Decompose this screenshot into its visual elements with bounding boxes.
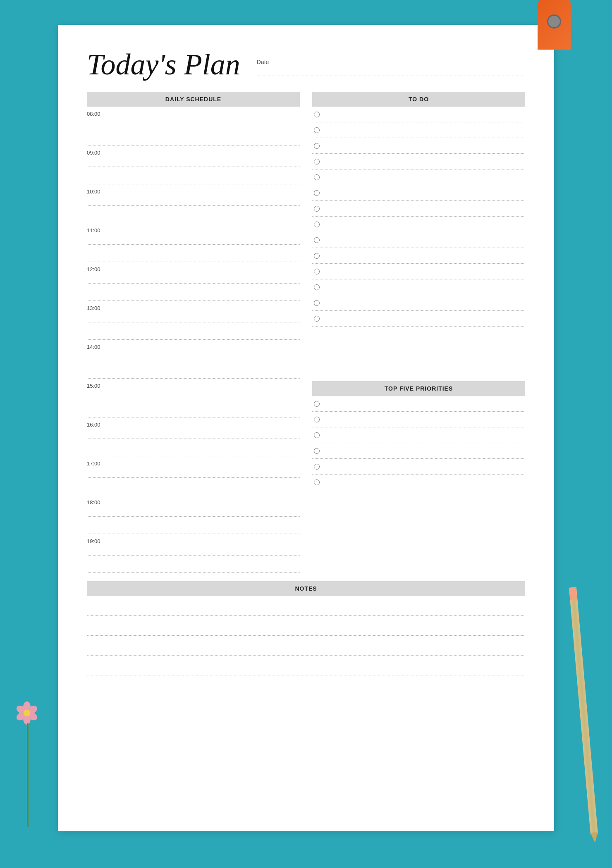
paper: Today's Plan Date DAILY SCHEDULE 08:00 0… bbox=[58, 25, 554, 831]
schedule-subrow-1200 bbox=[87, 284, 300, 301]
todo-item-1 bbox=[312, 107, 525, 122]
schedule-row-1000: 10:00 bbox=[87, 184, 300, 206]
time-1700: 17:00 bbox=[87, 460, 110, 467]
schedule-row-1900: 19:00 bbox=[87, 534, 300, 556]
priority-checkbox-2[interactable] bbox=[314, 417, 320, 422]
right-column: TO DO bbox=[312, 92, 525, 573]
todo-header: TO DO bbox=[312, 92, 525, 107]
priority-checkbox-3[interactable] bbox=[314, 432, 320, 438]
pencil-decoration bbox=[569, 587, 598, 835]
schedule-subrow-1400 bbox=[87, 361, 300, 379]
daily-schedule-section: DAILY SCHEDULE 08:00 09:00 10:00 bbox=[87, 92, 300, 573]
todo-item-2 bbox=[312, 122, 525, 138]
priority-item-6 bbox=[312, 475, 525, 490]
flower-decoration bbox=[12, 703, 45, 827]
todo-checkbox-7[interactable] bbox=[314, 206, 320, 212]
priority-checkbox-4[interactable] bbox=[314, 448, 320, 454]
todo-checkbox-5[interactable] bbox=[314, 174, 320, 180]
todo-checkbox-8[interactable] bbox=[314, 222, 320, 227]
date-area: Date bbox=[257, 59, 525, 79]
schedule-row-1700: 17:00 bbox=[87, 456, 300, 478]
time-1800: 18:00 bbox=[87, 498, 110, 506]
todo-item-8 bbox=[312, 217, 525, 232]
priority-item-1 bbox=[312, 396, 525, 412]
schedule-subrow-1500 bbox=[87, 400, 300, 417]
schedule-subrow-1700 bbox=[87, 478, 300, 495]
time-0800: 08:00 bbox=[87, 110, 110, 117]
time-1900: 19:00 bbox=[87, 537, 110, 544]
todo-checkbox-3[interactable] bbox=[314, 143, 320, 149]
schedule-row-0900: 09:00 bbox=[87, 145, 300, 167]
priority-item-3 bbox=[312, 427, 525, 443]
notes-line-2[interactable] bbox=[87, 616, 525, 636]
notes-line-3[interactable] bbox=[87, 636, 525, 656]
page-title: Today's Plan bbox=[87, 50, 240, 79]
todo-checkbox-13[interactable] bbox=[314, 300, 320, 306]
header: Today's Plan Date bbox=[87, 50, 525, 79]
priorities-section: TOP FIVE PRIORITIES bbox=[312, 381, 525, 490]
schedule-row-1400: 14:00 bbox=[87, 340, 300, 361]
schedule-subrow-1900 bbox=[87, 556, 300, 573]
todo-item-10 bbox=[312, 248, 525, 264]
date-input-line[interactable] bbox=[257, 68, 525, 76]
todo-checkbox-1[interactable] bbox=[314, 112, 320, 117]
time-1500: 15:00 bbox=[87, 382, 110, 389]
schedule-subrow-1300 bbox=[87, 322, 300, 340]
schedule-row-1100: 11:00 bbox=[87, 223, 300, 245]
time-1200: 12:00 bbox=[87, 265, 110, 272]
schedule-row-1500: 15:00 bbox=[87, 379, 300, 400]
schedule-row-1600: 16:00 bbox=[87, 417, 300, 439]
todo-item-12 bbox=[312, 279, 525, 295]
priority-item-5 bbox=[312, 459, 525, 475]
todo-item-5 bbox=[312, 169, 525, 185]
todo-checkbox-10[interactable] bbox=[314, 253, 320, 259]
todo-checkbox-4[interactable] bbox=[314, 159, 320, 165]
priorities-header: TOP FIVE PRIORITIES bbox=[312, 381, 525, 396]
schedule-row-1300: 13:00 bbox=[87, 301, 300, 322]
todo-checkbox-12[interactable] bbox=[314, 284, 320, 290]
main-content: DAILY SCHEDULE 08:00 09:00 10:00 bbox=[87, 92, 525, 573]
time-1100: 11:00 bbox=[87, 227, 110, 234]
time-1400: 14:00 bbox=[87, 343, 110, 350]
schedule-subrow-1100 bbox=[87, 245, 300, 262]
priority-checkbox-5[interactable] bbox=[314, 464, 320, 470]
notes-line-5[interactable] bbox=[87, 675, 525, 695]
time-1000: 10:00 bbox=[87, 188, 110, 195]
time-1600: 16:00 bbox=[87, 421, 110, 428]
notes-line-1[interactable] bbox=[87, 596, 525, 616]
priority-item-4 bbox=[312, 443, 525, 459]
schedule-subrow-1000 bbox=[87, 206, 300, 223]
todo-checkbox-9[interactable] bbox=[314, 237, 320, 243]
schedule-subrow-1600 bbox=[87, 439, 300, 456]
todo-checkbox-2[interactable] bbox=[314, 127, 320, 133]
todo-item-11 bbox=[312, 264, 525, 279]
todo-checkbox-14[interactable] bbox=[314, 316, 320, 322]
priority-item-2 bbox=[312, 412, 525, 427]
schedule-subrow-1800 bbox=[87, 517, 300, 534]
todo-checkbox-6[interactable] bbox=[314, 190, 320, 196]
daily-schedule-header: DAILY SCHEDULE bbox=[87, 92, 300, 107]
todo-item-9 bbox=[312, 232, 525, 248]
todo-item-4 bbox=[312, 154, 525, 169]
time-0900: 09:00 bbox=[87, 149, 110, 156]
notes-header: NOTES bbox=[87, 581, 525, 596]
schedule-row-1200: 12:00 bbox=[87, 262, 300, 284]
priority-checkbox-6[interactable] bbox=[314, 479, 320, 485]
todo-section: TO DO bbox=[312, 92, 525, 327]
schedule-subrow-0900 bbox=[87, 167, 300, 184]
todo-item-6 bbox=[312, 185, 525, 201]
notes-section: NOTES bbox=[87, 581, 525, 695]
date-label: Date bbox=[257, 59, 525, 65]
schedule-row-0800: 08:00 bbox=[87, 107, 300, 128]
priority-checkbox-1[interactable] bbox=[314, 401, 320, 407]
todo-item-3 bbox=[312, 138, 525, 154]
schedule-subrow-0800 bbox=[87, 128, 300, 145]
schedule-row-1800: 18:00 bbox=[87, 495, 300, 517]
notes-line-4[interactable] bbox=[87, 656, 525, 675]
sharpener-decoration bbox=[538, 0, 571, 50]
time-1300: 13:00 bbox=[87, 304, 110, 311]
todo-item-14 bbox=[312, 311, 525, 327]
todo-checkbox-11[interactable] bbox=[314, 269, 320, 274]
spacer bbox=[312, 327, 525, 376]
todo-item-13 bbox=[312, 295, 525, 311]
